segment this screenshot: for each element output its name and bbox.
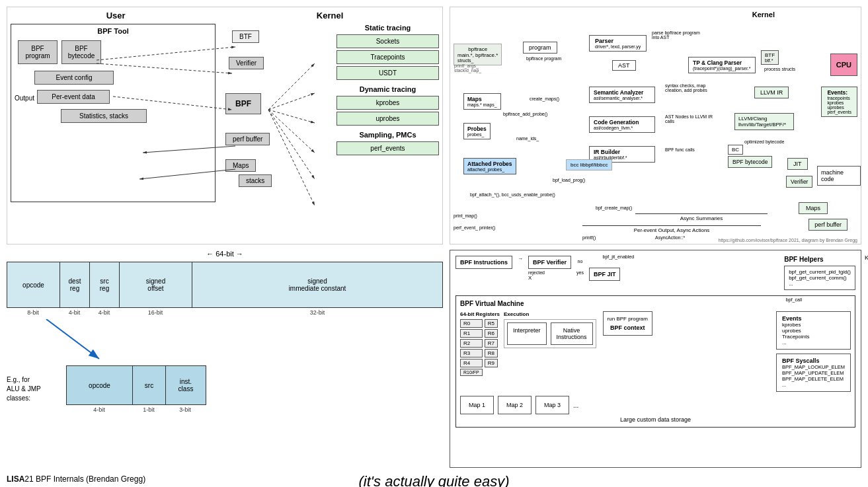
machine-code-box: machine code xyxy=(817,166,861,186)
map3-box: Map 3 xyxy=(535,396,569,414)
r1-box: R1 xyxy=(460,329,483,338)
1bit-label: 1-bit xyxy=(132,406,165,413)
kprobes-box: kprobes xyxy=(336,96,439,110)
interpreter-box: Interpreter xyxy=(507,322,547,345)
ast-nodes-label: AST Nodes to LLVM IR calls xyxy=(665,114,715,124)
alu-jmp-section: E.g., for ALU & JMP classes: opcode src … xyxy=(7,365,443,413)
async-action: AsyncAction::* xyxy=(655,235,685,240)
events-syscalls-section: Events kprobes uprobes Tracepoints ... B… xyxy=(776,311,851,392)
create-maps-label: create_maps() xyxy=(530,96,559,101)
dynamic-tracing-label: Dynamic tracing xyxy=(336,85,439,93)
kernel-title: Kernel xyxy=(317,11,343,20)
kernel-label-vm: Kernel xyxy=(865,254,868,261)
footer-text: BPF Internals (Brendan Gregg) xyxy=(36,474,145,484)
bpf-tool-label: BPF Tool xyxy=(11,27,215,35)
execution-section: Execution Interpreter Native Instruction… xyxy=(504,311,596,348)
16bit-label: 16-bit xyxy=(119,309,192,316)
bpf-vm-diagram: BPF Instructions → BPF Verifier bpf_jit_… xyxy=(450,250,861,468)
alu-boxes: opcode src inst.class xyxy=(66,365,206,405)
sampling-label: Sampling, PMCs xyxy=(336,131,439,139)
uprobes-box: uprobes xyxy=(336,112,439,126)
diagram-title-row: User Kernel xyxy=(11,11,439,20)
x-label: X xyxy=(528,275,571,281)
perf-buffer-right-box: perf buffer xyxy=(809,219,848,231)
optimized-bytecode: optimized bytecode xyxy=(744,139,784,144)
opcode-field: opcode xyxy=(7,262,60,307)
execution-box: Interpreter Native Instructions xyxy=(504,319,596,348)
native-instructions-box: Native Instructions xyxy=(551,322,593,345)
4bit-alu-label: 4-bit xyxy=(66,406,132,413)
probes-box: Probes probes_ xyxy=(463,123,491,139)
syscalls-title: BPF Syscalls xyxy=(782,357,845,364)
r0-box: R0 xyxy=(460,319,483,328)
4bit-src-label: 4-bit xyxy=(89,309,119,316)
bpf-helpers-title: BPF Helpers xyxy=(784,256,855,263)
4bit-dest-label: 4-bit xyxy=(59,309,89,316)
jit-box: JIT xyxy=(787,158,808,170)
bpf-attach-label: bpf_attach_*(), bcc_usds_enable_probe() xyxy=(470,192,555,197)
per-event-box: Per-event data xyxy=(37,90,110,104)
arrow-right-1: → xyxy=(518,256,523,262)
output-label: Output xyxy=(15,94,34,102)
bpf-func-calls: BPF func calls xyxy=(665,147,695,152)
registers-title: 64-bit Registers xyxy=(460,311,500,317)
bc-box: BC xyxy=(728,145,743,155)
dest-reg-field: destreg xyxy=(60,262,90,307)
async-summaries: Async Summaries xyxy=(635,213,768,221)
arrow-svg xyxy=(20,319,152,365)
bpf-load-prog: bpf_load_prog() xyxy=(553,178,585,182)
bpftrace-internals-diagram: Kernel bpftrace main.*, bpftrace.* struc… xyxy=(450,7,861,244)
8bit-label: 8-bit xyxy=(7,309,59,316)
maps-right-box: Maps xyxy=(799,202,828,214)
events-right-box: Events: tracepoints kprobes uprobes perf… xyxy=(821,87,857,117)
bcc-box: bcc libbpf/libbcc xyxy=(566,159,612,170)
maps-ellipsis: ... xyxy=(573,402,578,409)
attached-probes-box: Attached Probes attached_probes_ xyxy=(463,158,516,174)
print-map: print_map() xyxy=(454,213,477,218)
name-ids-label: name_ids_ xyxy=(516,136,539,141)
verifier-box: Verifier xyxy=(229,57,264,69)
tp-clang-box: TP & Clang Parser (tracepoint*)(clang)_p… xyxy=(688,57,756,73)
ast-box: AST xyxy=(612,60,636,71)
events-box-vm: Events kprobes uprobes Tracepoints ... xyxy=(776,311,851,350)
bpf-program-box: BPF program xyxy=(18,40,58,64)
large-storage-label: Large custom data storage xyxy=(460,416,851,423)
helpers-box: bpf_get_current_pid_tgid() bpf_get_curre… xyxy=(784,266,855,290)
bpf-bytecode-box: BPF bytecode xyxy=(728,156,772,168)
code-gen-box: Code Generation ast/codegen_llvm.* xyxy=(589,116,655,133)
alu-src-field: src xyxy=(133,366,166,404)
llvm-ir-box: LLVM IR xyxy=(754,87,789,98)
bpf-verifier-top-box: BPF Verifier xyxy=(528,256,571,269)
alu-opcode-field: opcode xyxy=(67,366,133,404)
bpf-call-label: bpf_call xyxy=(786,297,802,302)
registers-section: 64-bit Registers R0 R1 R2 R3 R4 R10/FP xyxy=(460,311,500,377)
perf-buffer-box: perf buffer xyxy=(225,133,270,145)
events-label: Events: xyxy=(827,89,851,96)
source-credit: https://github.com/iovisor/bpftrace 2021… xyxy=(718,238,857,243)
llvm-clang-box: LLVM/Clang llvm/lib/Target/BPF/* xyxy=(734,113,794,130)
parse-detail: parse bpftrace program into AST xyxy=(652,30,705,40)
bpf-center-box: BPF xyxy=(225,93,261,114)
parser-box: Parser driver*, lexd, parser.yy xyxy=(589,35,647,52)
bpf-jit-box: BPF JIT xyxy=(589,268,621,281)
per-event-output: Per-event Output, Async Actions xyxy=(582,225,761,233)
lisa-bold: LISA21 xyxy=(7,474,36,484)
r2-box: R2 xyxy=(460,339,483,348)
program-box: program xyxy=(523,42,557,54)
bpf-jit-enabled: bpf_jit_enabled xyxy=(603,254,635,259)
map-row: Map 1 Map 2 Map 3 ... xyxy=(460,396,851,414)
kernel-label-right: Kernel xyxy=(752,11,775,19)
tracepoints-box: Tracepoints xyxy=(336,50,439,64)
r7-box: R7 xyxy=(485,339,498,348)
static-tracing-label: Static tracing xyxy=(336,24,439,32)
alu-label: E.g., for ALU & JMP classes: xyxy=(7,375,59,403)
user-title: User xyxy=(106,11,126,20)
footer: LISA21 BPF Internals (Brendan Gregg) xyxy=(7,474,145,484)
yes-no-labels: no yes xyxy=(576,259,584,275)
bit-field-diagram: ← 64-bit → opcode destreg srcreg signedo… xyxy=(7,250,443,468)
btf-right-box: BTF btf.* xyxy=(761,50,779,65)
bit-width-label: ← 64-bit → xyxy=(7,250,443,258)
r5-box: R5 xyxy=(485,319,498,328)
32bit-label: 32-bit xyxy=(192,309,443,316)
maps-box: Maps xyxy=(225,159,256,172)
